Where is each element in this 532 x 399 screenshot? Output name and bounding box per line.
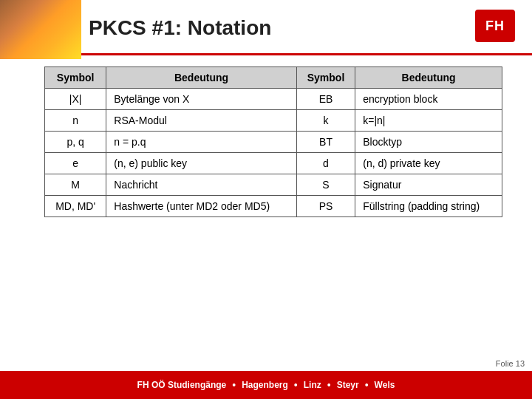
cell-bed2-5: Füllstring (padding string) [355,196,502,217]
cell-bed1-2: n = p.q [106,132,296,153]
background-image [0,0,81,59]
table-row: nRSA-Modulkk=|n| [45,110,502,132]
footer-item-3: Steyr [337,380,359,390]
cell-sym2-0: EB [296,89,355,110]
footer-item-4: Wels [375,380,395,390]
notation-table-container: Symbol Bedeutung Symbol Bedeutung |X|Byt… [44,66,502,217]
slide-number: Folie 13 [496,359,525,368]
table-row: MNachrichtSSignatur [45,174,502,196]
cell-sym1-0: |X| [45,89,106,110]
cell-bed2-0: encryption block [355,89,502,110]
footer-dot-1: • [294,379,298,391]
col-header-bedeutung1: Bedeutung [106,67,296,89]
cell-bed2-4: Signatur [355,174,502,196]
table-row: e(n, e) public keyd(n, d) private key [45,153,502,174]
footer-bar: FH OÖ Studiengänge • Hagenberg • Linz • … [0,371,532,399]
cell-bed2-2: Blocktyp [355,132,502,153]
cell-sym1-1: n [45,110,106,132]
notation-table: Symbol Bedeutung Symbol Bedeutung |X|Byt… [44,66,502,217]
cell-bed1-4: Nachricht [106,174,296,196]
footer-dot-3: • [365,379,369,391]
cell-bed2-1: k=|n| [355,110,502,132]
accent-line [81,53,532,55]
cell-bed2-3: (n, d) private key [355,153,502,174]
col-header-bedeutung2: Bedeutung [355,67,502,89]
cell-bed1-3: (n, e) public key [106,153,296,174]
cell-bed1-0: Bytelänge von X [106,89,296,110]
cell-sym1-5: MD, MD' [45,196,106,217]
cell-sym2-5: PS [296,196,355,217]
cell-sym1-4: M [45,174,106,196]
fh-logo: FH [475,10,515,42]
footer-dot-2: • [327,379,331,391]
cell-sym2-1: k [296,110,355,132]
cell-sym2-2: BT [296,132,355,153]
col-header-symbol2: Symbol [296,67,355,89]
cell-sym1-2: p, q [45,132,106,153]
table-row: MD, MD'Hashwerte (unter MD2 oder MD5)PSF… [45,196,502,217]
table-row: p, qn = p.qBTBlocktyp [45,132,502,153]
cell-bed1-5: Hashwerte (unter MD2 oder MD5) [106,196,296,217]
table-row: |X|Bytelänge von XEBencryption block [45,89,502,110]
col-header-symbol1: Symbol [45,67,106,89]
footer-item-0: FH OÖ Studiengänge [137,380,227,390]
footer-dot-0: • [232,379,236,391]
cell-bed1-1: RSA-Modul [106,110,296,132]
table-header-row: Symbol Bedeutung Symbol Bedeutung [45,67,502,89]
footer-item-1: Hagenberg [242,380,288,390]
cell-sym2-3: d [296,153,355,174]
page-title: PKCS #1: Notation [89,16,271,40]
cell-sym1-3: e [45,153,106,174]
footer-item-2: Linz [304,380,321,390]
cell-sym2-4: S [296,174,355,196]
logo-area: FH [473,7,517,44]
